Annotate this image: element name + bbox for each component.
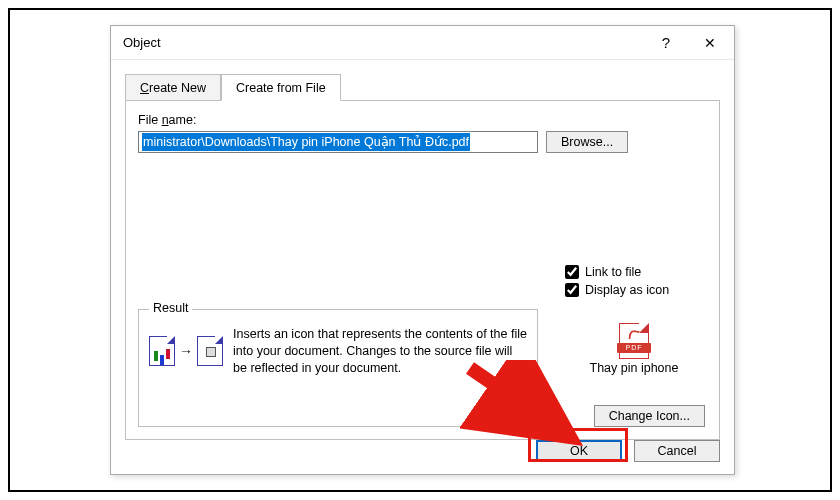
icon-preview: PDF Thay pin iphone (579, 323, 689, 375)
help-button[interactable]: ? (644, 27, 688, 59)
document-chart-icon (149, 336, 175, 366)
browse-button[interactable]: Browse... (546, 131, 628, 153)
tab-create-from-file[interactable]: Create from File (221, 74, 341, 101)
file-name-row: ministrator\Downloads\Thay pin iPhone Qu… (138, 131, 707, 153)
result-icons: → (149, 336, 223, 366)
tab-create-new[interactable]: Create New (125, 74, 221, 101)
dialog-footer: OK Cancel (536, 440, 720, 462)
result-legend: Result (149, 301, 192, 315)
file-name-value: ministrator\Downloads\Thay pin iPhone Qu… (142, 133, 470, 151)
icon-preview-caption: Thay pin iphone (579, 361, 689, 375)
close-button[interactable]: ✕ (688, 27, 732, 59)
cancel-button[interactable]: Cancel (634, 440, 720, 462)
object-dialog: Object ? ✕ Create New Create from File F… (110, 25, 735, 475)
file-name-input[interactable]: ministrator\Downloads\Thay pin iPhone Qu… (138, 131, 538, 153)
link-to-file-checkbox[interactable]: Link to file (565, 265, 705, 279)
options-column: Link to file Display as icon (565, 261, 705, 297)
tab-panel: File name: ministrator\Downloads\Thay pi… (125, 100, 720, 440)
link-to-file-input[interactable] (565, 265, 579, 279)
result-text: Inserts an icon that represents the cont… (233, 326, 527, 377)
dialog-title: Object (123, 35, 161, 50)
tab-strip: Create New Create from File (125, 70, 720, 100)
document-box-icon (197, 336, 223, 366)
outer-frame: Object ? ✕ Create New Create from File F… (8, 8, 832, 492)
close-icon: ✕ (704, 35, 716, 51)
arrow-right-icon: → (179, 344, 193, 358)
file-name-label: File name: (138, 113, 707, 127)
display-as-icon-input[interactable] (565, 283, 579, 297)
pdf-icon: PDF (619, 323, 649, 359)
help-icon: ? (662, 34, 670, 51)
result-group: Result → Inserts an icon that represents… (138, 309, 538, 427)
ok-button[interactable]: OK (536, 440, 622, 462)
dialog-client: Create New Create from File File name: m… (111, 60, 734, 474)
change-icon-button[interactable]: Change Icon... (594, 405, 705, 427)
titlebar: Object ? ✕ (111, 26, 734, 60)
display-as-icon-checkbox[interactable]: Display as icon (565, 283, 705, 297)
